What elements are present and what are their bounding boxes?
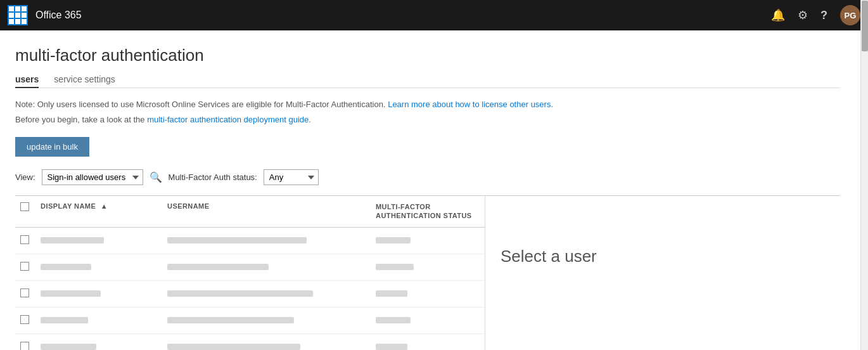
table-row[interactable] [15, 334, 485, 350]
col-mfa-status: MULTI-FACTORAUTHENTICATION STATUS [371, 200, 485, 223]
view-select[interactable]: Sign-in allowed users Sign-in blocked us… [42, 169, 143, 185]
col-display-name[interactable]: DISPLAY NAME ▲ [35, 200, 162, 223]
sort-arrow-icon: ▲ [101, 202, 108, 210]
row-checkbox[interactable] [20, 262, 29, 271]
scrollbar-track[interactable] [860, 0, 868, 350]
info-note-2: Before you begin, take a look at the mul… [15, 113, 840, 126]
col-username: USERNAME [162, 200, 371, 223]
row-checkbox[interactable] [20, 235, 29, 244]
settings-button[interactable]: ⚙ [798, 10, 808, 21]
nav-icons-group: 🔔 ⚙ ? PG [771, 5, 860, 25]
header-checkbox-cell [15, 200, 35, 223]
deployment-guide-link[interactable]: multi-factor authentication deployment g… [147, 115, 309, 124]
tab-bar: users service settings [15, 72, 840, 88]
help-button[interactable]: ? [820, 10, 827, 21]
row-checkbox[interactable] [20, 315, 29, 324]
row-checkbox[interactable] [20, 288, 29, 297]
table-header: DISPLAY NAME ▲ USERNAME MULTI-FACTORAUTH… [15, 196, 485, 228]
user-detail-panel: Select a user [485, 196, 840, 350]
filters-row: View: Sign-in allowed users Sign-in bloc… [15, 169, 840, 185]
info-note: Note: Only users licensed to use Microso… [15, 98, 840, 111]
license-link[interactable]: Learn more about how to license other us… [388, 100, 553, 109]
tab-service-settings[interactable]: service settings [54, 72, 115, 88]
update-in-bulk-button[interactable]: update in bulk [15, 137, 89, 157]
table-row[interactable] [15, 228, 485, 254]
app-launcher-button[interactable] [8, 5, 28, 25]
tab-users[interactable]: users [15, 72, 39, 88]
table-row[interactable] [15, 254, 485, 281]
view-label: View: [15, 172, 35, 182]
page-title: multi-factor authentication [15, 46, 840, 65]
row-checkbox[interactable] [20, 342, 29, 350]
status-label: Multi-Factor Auth status: [169, 172, 257, 182]
table-container: DISPLAY NAME ▲ USERNAME MULTI-FACTORAUTH… [15, 195, 840, 350]
scrollbar-thumb[interactable] [862, 1, 868, 51]
status-select[interactable]: Any Enabled Disabled Enforced [264, 169, 319, 185]
table-row[interactable] [15, 281, 485, 308]
top-navigation: Office 365 🔔 ⚙ ? PG [0, 0, 868, 30]
search-icon[interactable]: 🔍 [150, 172, 162, 183]
select-all-checkbox[interactable] [20, 202, 29, 211]
app-name: Office 365 [35, 10, 763, 21]
user-avatar[interactable]: PG [840, 5, 860, 25]
main-content: multi-factor authentication users servic… [0, 30, 855, 350]
select-user-label: Select a user [501, 247, 825, 266]
table-row[interactable] [15, 308, 485, 334]
table-left-panel: DISPLAY NAME ▲ USERNAME MULTI-FACTORAUTH… [15, 196, 485, 350]
notification-button[interactable]: 🔔 [771, 10, 785, 21]
waffle-grid-icon [9, 6, 27, 24]
